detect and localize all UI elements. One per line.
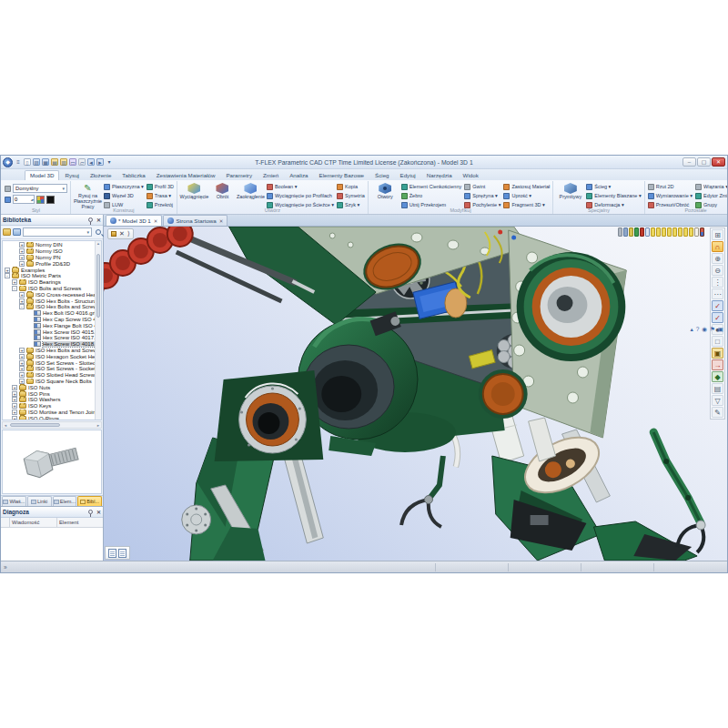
zoom-out-icon[interactable]: ⊖ — [712, 265, 723, 276]
ribbon-item[interactable]: Symetria — [337, 191, 365, 200]
draw-on-workplane-button[interactable]: ✎ Rysuj na Płaszczyźnie Pracy — [74, 182, 102, 207]
tree-vertical-scrollbar[interactable]: ▲ — [95, 241, 101, 420]
close-panel-icon[interactable]: ✕ — [96, 510, 101, 515]
minimize-button[interactable]: – — [682, 157, 696, 167]
tree-expander-icon[interactable]: + — [19, 366, 25, 371]
ribbon-item[interactable]: Wyciągnięcie po Profilach — [267, 191, 334, 200]
ribbon-item[interactable]: Wymiarowanie ▾ — [648, 191, 693, 200]
ribbon-tab[interactable]: Zestawienia Materiałów — [151, 170, 221, 180]
ribbon-tab[interactable]: Analiza — [284, 170, 313, 180]
tree-item[interactable]: + ISO Set Screws - Socket — [3, 366, 101, 372]
tree-expander-icon[interactable]: - — [19, 304, 25, 309]
ribbon-tab[interactable]: Złożenie — [85, 170, 116, 180]
search-icon[interactable] — [96, 229, 101, 235]
expand-toolbar-icon[interactable]: ⟩ — [127, 230, 130, 238]
tree-item[interactable]: + ISO Hexagon Socket Head Scr... — [3, 353, 101, 359]
tree-item[interactable]: + ISO Bearings — [3, 279, 101, 286]
ribbon-big-button[interactable]: Wyciągnięcie — [180, 182, 208, 207]
tree-expander-icon[interactable]: + — [19, 261, 25, 267]
diag-col-element[interactable]: Element — [57, 518, 103, 527]
ribbon-item[interactable]: Edytor Zmiennych — [695, 191, 727, 200]
color-swatch[interactable] — [36, 196, 45, 204]
tree-item[interactable]: + ISO Square Neck Bolts — [3, 379, 101, 385]
tree-expander-icon[interactable]: + — [19, 348, 25, 353]
tree-item[interactable]: Hex Bolt ISO 4016.grb — [3, 310, 101, 317]
tree-expander-icon[interactable]: + — [19, 255, 25, 260]
primitives-button[interactable]: Prymitywy — [556, 182, 584, 207]
fill-swatch[interactable] — [46, 196, 55, 204]
tree-item[interactable]: + ISO Hex Bolts and Screws - Fin... — [3, 348, 101, 354]
tree-item[interactable]: Hex Flange Bolt ISO 4162... — [3, 322, 101, 329]
style-select[interactable]: Domyślny▾ — [13, 184, 67, 193]
ribbon-item[interactable]: Zastosuj Materiał — [503, 182, 550, 191]
help-icon[interactable]: ? — [696, 325, 700, 334]
measure-v-icon[interactable]: ⋮ — [712, 277, 723, 288]
holes-button[interactable]: Otwory — [371, 182, 399, 207]
tree-expander-icon[interactable]: + — [19, 298, 25, 304]
snap-face-icon[interactable] — [662, 228, 666, 237]
ribbon-tab[interactable]: Zmień — [258, 170, 284, 180]
ribbon-item[interactable]: Element Cienkościenny — [401, 182, 461, 191]
panel-tab[interactable]: Elem... — [53, 496, 77, 506]
minimize-ribbon-icon[interactable]: ▴ — [690, 325, 693, 334]
document-tab[interactable]: * Model 3D 1 ✕ — [106, 215, 162, 226]
account-icon[interactable]: ◉ — [702, 325, 707, 334]
move-arrow-icon[interactable]: → — [712, 359, 723, 370]
tree-expander-icon[interactable]: + — [19, 354, 25, 359]
cancel-x-icon[interactable] — [640, 228, 644, 237]
ribbon-tab[interactable]: Parametry — [220, 170, 258, 180]
tree-horizontal-scrollbar[interactable]: ◄► — [2, 421, 102, 429]
annotate-icon[interactable]: ✎ — [712, 407, 723, 418]
tree-expander-icon[interactable]: - — [5, 273, 10, 278]
tree-expander-icon[interactable]: - — [12, 286, 17, 291]
ribbon-tab[interactable]: Rysuj — [59, 170, 84, 180]
tree-expander-icon[interactable]: + — [19, 379, 25, 384]
materials-icon[interactable]: ▣ — [712, 348, 723, 359]
cancel-command-icon[interactable]: ✕ — [119, 230, 125, 238]
panel-tab[interactable]: Linki — [27, 496, 52, 506]
snap-axis-icon[interactable] — [667, 228, 672, 237]
ribbon-item[interactable]: Elementy Blaszane ▾ — [586, 191, 641, 200]
tree-item[interactable]: + ISO Washers — [3, 397, 101, 403]
tree-expander-icon[interactable]: + — [12, 391, 17, 397]
close-tab-icon[interactable]: ✕ — [154, 218, 158, 224]
apply-check-icon[interactable] — [634, 228, 639, 237]
panel-tab[interactable]: Bibl... — [77, 496, 102, 506]
ribbon-item[interactable]: Płaszczyzna ▾ — [104, 182, 144, 191]
doc-new-icon[interactable] — [694, 228, 699, 237]
tree-item[interactable]: - ISO Hex Bolts and Screws — [3, 304, 101, 310]
maximize-button[interactable]: ▢ — [697, 157, 711, 167]
viewport-layout-icon[interactable]: ⊞ — [712, 229, 723, 240]
ribbon-tab[interactable]: Model 3D — [25, 170, 59, 180]
ribbon-item[interactable]: Trasa ▾ — [147, 191, 174, 200]
ribbon-big-button[interactable]: Zaokrąglenie — [237, 182, 265, 207]
layout-icon[interactable]: ▣ — [718, 325, 723, 334]
tree-item[interactable]: + Normy ISO — [3, 248, 101, 255]
tree-item[interactable]: + Normy DIN — [3, 242, 101, 248]
ribbon-big-button[interactable]: Obrót — [208, 182, 237, 207]
tree-expander-icon[interactable]: + — [12, 403, 17, 409]
tree-expander-icon[interactable]: + — [12, 397, 17, 402]
tree-item[interactable]: + ISO Keys — [3, 403, 101, 410]
viewport-3d[interactable]: ✕ ⟩ ⊞∩⊕⊖⋮⋯✓✓●□▣→◆▤▽✎ — [104, 227, 727, 561]
tree-item[interactable]: + ISO Nuts — [3, 384, 101, 390]
render-icon[interactable]: ◆ — [712, 371, 723, 382]
snap-magnet-icon[interactable]: ∩ — [712, 241, 723, 252]
tree-item[interactable]: + ISO Cross-recessed Head Scr... — [3, 291, 101, 298]
ribbon-item[interactable]: Rzut 2D — [648, 182, 693, 191]
snap-lcs-icon[interactable] — [689, 228, 693, 237]
wireframe-view-icon[interactable]: □ — [712, 336, 723, 347]
ribbon-item[interactable]: Ścieg ▾ — [586, 182, 641, 191]
tree-item[interactable]: - ISO Bolts and Screws — [3, 286, 101, 292]
tree-item[interactable]: Hex Screw ISO 4017.grb — [3, 335, 101, 341]
open-library-icon[interactable] — [13, 228, 21, 236]
tree-item[interactable]: + Examples — [3, 267, 101, 273]
ribbon-tab[interactable]: Widok — [458, 170, 484, 180]
tree-item[interactable]: + ISO Hex Bolts - Structural — [3, 298, 101, 304]
tree-item[interactable]: + ISO Set Screws - Slotted — [3, 359, 101, 366]
pin-icon[interactable] — [88, 217, 93, 222]
ribbon-tab[interactable]: Narzędzia — [421, 170, 458, 180]
tree-item[interactable]: Hex Screw ISO 4018.grb — [3, 341, 101, 348]
ribbon-item[interactable]: Żebro — [401, 191, 461, 200]
page-2-tab[interactable] — [118, 549, 126, 558]
